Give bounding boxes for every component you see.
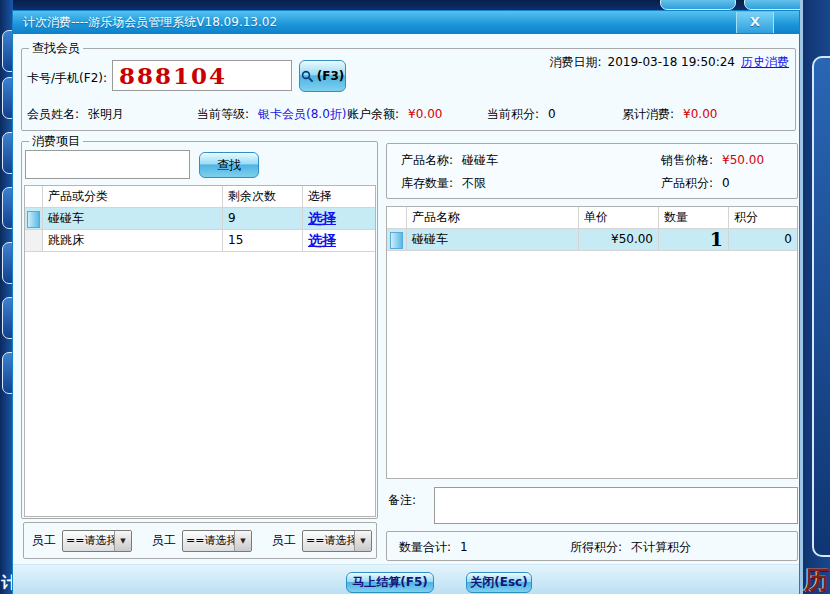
col-unit-price: 单价 (579, 207, 659, 228)
staff-select[interactable]: ==请选择 ▼ (62, 530, 132, 552)
staff-box: 员工 ==请选择 ▼ 员工 ==请选择 ▼ 员工 ==请选择 ▼ (23, 522, 377, 559)
cell-product-name: 碰碰车 (407, 229, 579, 250)
chevron-down-icon[interactable]: ▼ (354, 531, 371, 551)
row-selector-header (387, 207, 407, 228)
groupbox-label: 查找会员 (29, 41, 83, 55)
consume-date-row: 消费日期: 2019-03-18 19:50:24 历史消费 (550, 54, 790, 71)
staff-label: 员工 (152, 532, 176, 549)
earned-points-label: 所得积分: (570, 539, 622, 556)
selected-row-indicator (390, 232, 403, 249)
product-stock-label: 库存数量: (401, 175, 453, 192)
col-quantity: 数量 (659, 207, 729, 228)
points-label: 当前积分: (487, 106, 539, 123)
product-points-value: 0 (722, 176, 730, 190)
card-number-input[interactable] (112, 60, 292, 91)
member-level-value: 银卡会员(8.0折) (258, 106, 346, 123)
remark-input[interactable] (434, 487, 798, 524)
cell-product: 碰碰车 (43, 208, 223, 229)
background-window-frame (812, 56, 830, 557)
cart-row[interactable]: 碰碰车 ¥50.00 1 0 (387, 229, 797, 251)
product-price-pair: 销售价格: ¥50.00 (661, 152, 764, 169)
product-points-label: 产品积分: (661, 175, 713, 192)
consume-date-value: 2019-03-18 19:50:24 (608, 55, 735, 69)
cart-table: 产品名称 单价 数量 积分 碰碰车 ¥50.00 1 0 (386, 206, 798, 479)
staff-select[interactable]: ==请选择 ▼ (302, 530, 372, 552)
qty-total-value: 1 (460, 540, 468, 554)
earned-points-value: 不计算积分 (631, 539, 691, 556)
balance-pair: 账户余额: ¥0.00 (347, 106, 442, 123)
staff-select-value: ==请选择 (303, 531, 354, 551)
staff-label: 员工 (272, 532, 296, 549)
cell-points: 0 (729, 229, 797, 250)
chevron-down-icon[interactable]: ▼ (114, 531, 131, 551)
consume-date-label: 消费日期: (550, 54, 602, 71)
row-selector (25, 208, 43, 229)
member-level-pair: 当前等级: 银卡会员(8.0折) (197, 106, 347, 123)
item-search-input[interactable] (25, 150, 190, 179)
cell-unit-price: ¥50.00 (579, 229, 659, 250)
staff-select-value: ==请选择 (63, 531, 114, 551)
background-button-fragment (660, 0, 736, 10)
total-consume-label: 累计消费: (622, 106, 674, 123)
items-table: 产品或分类 剩余次数 选择 碰碰车 9 选择 跳跳床 15 选择 (24, 185, 376, 517)
dialog-titlebar: 计次消费----游乐场会员管理系统V18.09.13.02 X (13, 11, 799, 34)
lookup-button-label: (F3) (317, 69, 345, 83)
staff-group: 员工 ==请选择 ▼ (152, 530, 252, 552)
groupbox-label: 消费项目 (29, 134, 83, 148)
row-selector-header (25, 186, 43, 207)
earned-points-pair: 所得积分: 不计算积分 (570, 539, 691, 556)
cell-quantity[interactable]: 1 (659, 229, 729, 250)
total-consume-pair: 累计消费: ¥0.00 (622, 106, 717, 123)
table-row[interactable]: 跳跳床 15 选择 (25, 230, 375, 252)
items-table-header: 产品或分类 剩余次数 选择 (25, 186, 375, 208)
product-price-label: 销售价格: (661, 152, 713, 169)
total-consume-value: ¥0.00 (683, 107, 717, 121)
items-groupbox: 消费项目 查找 产品或分类 剩余次数 选择 碰碰车 9 选择 跳跳床 15 选择 (21, 141, 378, 519)
row-selector (387, 229, 407, 250)
member-name-pair: 会员姓名: 张明月 (27, 106, 124, 123)
background-text-fragment: 历 (804, 563, 829, 594)
chevron-down-icon[interactable]: ▼ (234, 531, 251, 551)
points-pair: 当前积分: 0 (487, 106, 556, 123)
product-name-value: 碰碰车 (462, 152, 498, 169)
cart-table-header: 产品名称 单价 数量 积分 (387, 207, 797, 229)
product-stock-value: 不限 (462, 175, 486, 192)
selected-row-indicator (27, 211, 40, 228)
col-choose: 选择 (303, 186, 375, 207)
choose-link[interactable]: 选择 (308, 210, 336, 226)
member-level-label: 当前等级: (197, 106, 249, 123)
staff-label: 员工 (32, 532, 56, 549)
balance-value: ¥0.00 (408, 107, 442, 121)
product-name-label: 产品名称: (401, 152, 453, 169)
row-selector (25, 230, 43, 251)
member-name-value: 张明月 (88, 106, 124, 123)
member-search-groupbox: 查找会员 消费日期: 2019-03-18 19:50:24 历史消费 卡号/手… (21, 48, 796, 131)
cell-choose: 选择 (303, 208, 375, 229)
totals-box: 数量合计: 1 所得积分: 不计算积分 (386, 531, 798, 561)
points-value: 0 (548, 107, 556, 121)
col-product: 产品或分类 (43, 186, 223, 207)
member-lookup-button[interactable]: (F3) (299, 60, 346, 92)
staff-group: 员工 ==请选择 ▼ (32, 530, 132, 552)
magnifier-icon (301, 70, 314, 83)
col-product-name: 产品名称 (407, 207, 579, 228)
history-consume-link[interactable]: 历史消费 (741, 54, 789, 71)
table-row[interactable]: 碰碰车 9 选择 (25, 208, 375, 230)
qty-total-label: 数量合计: (399, 539, 451, 556)
balance-label: 账户余额: (347, 106, 399, 123)
close-button[interactable]: 关闭(Esc) (466, 572, 532, 593)
cell-remaining: 15 (223, 230, 303, 251)
card-number-label: 卡号/手机(F2): (27, 70, 107, 87)
choose-link[interactable]: 选择 (308, 232, 336, 248)
cell-remaining: 9 (223, 208, 303, 229)
background-right-strip (800, 0, 830, 594)
member-name-label: 会员姓名: (27, 106, 79, 123)
staff-select[interactable]: ==请选择 ▼ (182, 530, 252, 552)
close-icon[interactable]: X (736, 12, 774, 33)
col-points: 积分 (729, 207, 797, 228)
cell-choose: 选择 (303, 230, 375, 251)
settle-button[interactable]: 马上结算(F5) (346, 572, 434, 593)
item-find-button[interactable]: 查找 (199, 152, 259, 178)
product-stock-pair: 库存数量: 不限 (401, 175, 486, 192)
qty-total-pair: 数量合计: 1 (399, 539, 468, 556)
